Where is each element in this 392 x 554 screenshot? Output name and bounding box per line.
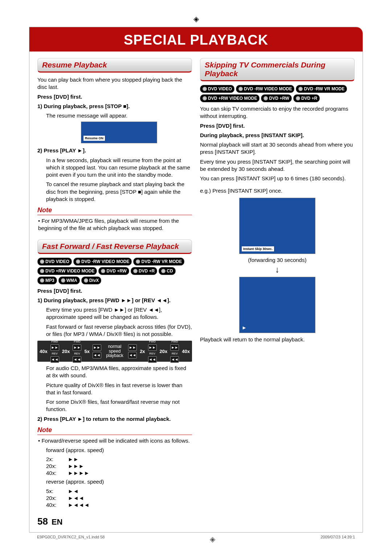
skip-during-title: During playback, press [INSTANT SKIP]. [200,132,355,139]
badge-dvd-plusr: DVD +R [131,267,157,275]
ffrev-after2: Picture quality of DivX® files in fast r… [46,382,192,397]
ffrev-step1-title: 1) During playback, press [FWD ►►] or [R… [37,297,192,304]
skip-body2: Every time you press [INSTANT SKIP], the… [200,158,355,173]
right-column: Skipping TV Commercials During Playback … [200,58,355,509]
resume-step2-body1: In a few seconds, playback will resume f… [46,157,192,179]
skip-img1-tag: Instant Skip 30sec. [242,246,274,251]
print-meta: E9PG0CD_DVR7KC2_EN_v1.indd 58 ◈ 2009/07/… [29,533,363,543]
badge-dvd-rw-video: DVD -RW VIDEO MODE [73,258,132,266]
speed-5x-l: 5x [84,349,89,354]
speed-20x-l: 20x [62,349,70,354]
badge-dvd-plusrw-2: DVD +RW [261,94,291,102]
section-skip-heading: Skipping TV Commercials During Playback [200,58,355,81]
content-columns: Resume Playback You can play back from w… [29,52,363,512]
badge-dvd-plusrw-video-2: DVD +RW VIDEO MODE [200,94,260,102]
skip-screen-image-2: ► [239,277,315,333]
badge-wma: WMA [58,276,80,284]
section-ffrev-heading: Fast Forward / Fast Reverse Playback [37,239,192,254]
badge-dvd-plusrw: DVD +RW [98,267,129,275]
badge-dvd-rw-vr-2: DVD -RW VR MODE [296,85,347,93]
resume-press-dvd: Press [DVD] first. [37,93,192,100]
ffrev-rev-label: reverse (approx. speed) [46,478,192,485]
section-resume-heading: Resume Playback [37,58,192,73]
skip-final: Playback will return to the normal playb… [200,336,355,343]
resume-note-body: • For MP3/WMA/JPEG files, playback will … [37,217,192,232]
ffrev-after1: For audio CD, MP3/WMA files, approximate… [46,365,192,379]
skip-caption1: (forwarding 30 seconds) [200,257,355,263]
play-icon: ► [242,325,247,331]
badge-dvd-plusrw-video: DVD +RW VIDEO MODE [37,267,97,275]
badge-dvd-video: DVD VIDEO [37,258,72,266]
resume-step1-body: The resume message will appear. [46,112,192,119]
skip-eg-label: e.g.) Press [INSTANT SKIP] once. [200,187,355,194]
ffrev-step1-body1: Every time you press [FWD ►►] or [REV ◄◄… [46,306,192,321]
speed-2x-r: 2x [140,349,145,354]
badge-cd: CD [159,267,175,275]
skip-body3: You can press [INSTANT SKIP] up to 6 tim… [200,175,355,182]
badge-dvd-plusr-2: DVD +R [293,94,320,102]
page-number: 58EN [37,516,62,527]
registration-mark-top: ◈ [29,15,363,23]
badge-divx: DivX [81,276,102,284]
down-arrow-icon: ↓ [200,265,355,274]
ffrev-fwd-label: forward (approx. speed) [46,447,192,454]
resume-step2-body2: To cancel the resume playback and start … [46,181,192,203]
resume-on-tag: Resume ON [83,136,105,141]
page-frame: SPECIAL PLAYBACK Resume Playback You can… [29,27,363,533]
ffrev-step1-body2: Fast forward or fast reverse playback ac… [46,323,192,338]
resume-on-screen-image: Resume ON [81,122,157,143]
badge-dvd-video-2: DVD VIDEO [200,85,234,93]
speed-20x-r: 20x [160,349,168,354]
skip-intro: You can skip TV commercials to enjoy the… [200,105,355,120]
ffrev-after3: For some DivX® files, fast forward/fast … [46,398,192,413]
resume-step1-title: 1) During playback, press [STOP ■]. [37,103,192,110]
resume-note-head: Note [37,206,192,215]
skip-press-dvd: Press [DVD] first. [200,122,355,130]
left-column: Resume Playback You can play back from w… [37,58,192,509]
badge-dvd-rw-video-2: DVD -RW VIDEO MODE [236,85,294,93]
indd-path: E9PG0CD_DVR7KC2_EN_v1.indd 58 [37,535,105,543]
print-timestamp: 2009/07/23 14:39:1 [320,535,355,543]
speed-40x-l: 40x [40,349,48,354]
badge-dvd-rw-vr: DVD -RW VR MODE [133,258,184,266]
ffrev-badges: DVD VIDEO DVD -RW VIDEO MODE DVD -RW VR … [37,258,192,284]
resume-intro: You can play back from where you stopped… [37,76,192,91]
skip-body1: Normal playback will start at 30 seconds… [200,141,355,156]
registration-mark-bottom: ◈ [210,535,215,543]
speed-strip-image: 40x FWD►►REV◄◄ 20x FWD►►REV◄◄ 5x ►►◄◄ no… [37,341,192,362]
ffrev-note-intro: • Forward/reverse speed will be indicate… [37,437,192,444]
resume-step2-title: 2) Press [PLAY ►]. [37,147,192,154]
ffrev-note-head: Note [37,426,192,435]
page-footer: 58EN [29,512,363,532]
page-title: SPECIAL PLAYBACK [29,27,363,52]
skip-badges: DVD VIDEO DVD -RW VIDEO MODE DVD -RW VR … [200,85,355,102]
speed-40x-r: 40x [182,349,190,354]
speed-normal: normal speed playback [104,344,125,358]
ffrev-press-dvd: Press [DVD] first. [37,287,192,295]
ffrev-fwd-list: 2x:►► 20x:►►► 40x:►►►► [46,456,192,476]
badge-mp3: MP3 [37,276,57,284]
ffrev-step2-title: 2) Press [PLAY ►] to return to the norma… [37,415,192,423]
skip-screen-image-1: Instant Skip 30sec. [239,198,315,254]
ffrev-rev-list: 5x:►◄ 20x:►◄◄ 40x:►◄◄◄ [46,488,192,508]
